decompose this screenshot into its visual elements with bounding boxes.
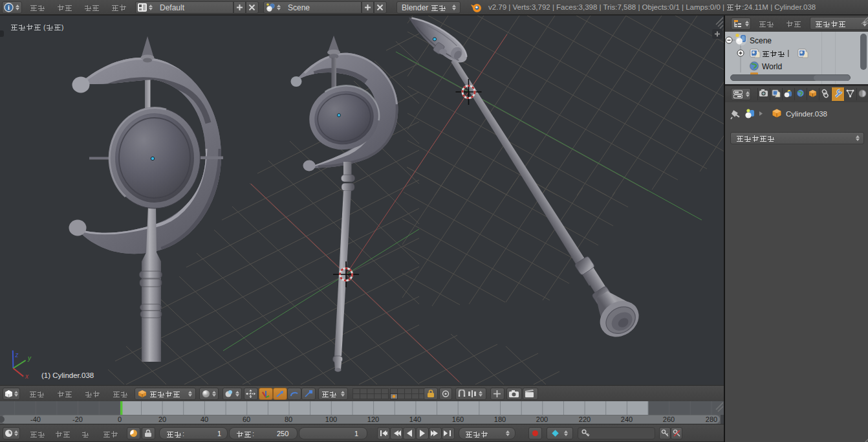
svg-text:160: 160 xyxy=(452,415,464,423)
svg-text:y: y xyxy=(27,355,32,362)
svg-text:120: 120 xyxy=(367,415,379,423)
svg-text:240: 240 xyxy=(621,415,633,423)
svg-text:280: 280 xyxy=(706,415,717,423)
svg-text:-40: -40 xyxy=(30,415,41,423)
svg-text:220: 220 xyxy=(579,415,591,423)
svg-text:100: 100 xyxy=(325,415,337,423)
svg-text:20: 20 xyxy=(158,415,166,423)
svg-text:0: 0 xyxy=(118,415,122,423)
svg-text:140: 140 xyxy=(409,415,421,423)
svg-text:i: i xyxy=(8,4,10,11)
svg-text:x: x xyxy=(25,373,29,380)
svg-text:60: 60 xyxy=(243,415,250,423)
svg-text:260: 260 xyxy=(663,415,675,423)
svg-text:200: 200 xyxy=(536,415,548,423)
svg-text:40: 40 xyxy=(201,415,208,423)
svg-text:-20: -20 xyxy=(72,415,83,423)
svg-text:80: 80 xyxy=(285,415,292,423)
svg-text:z: z xyxy=(15,351,19,359)
svg-text:180: 180 xyxy=(494,415,506,423)
